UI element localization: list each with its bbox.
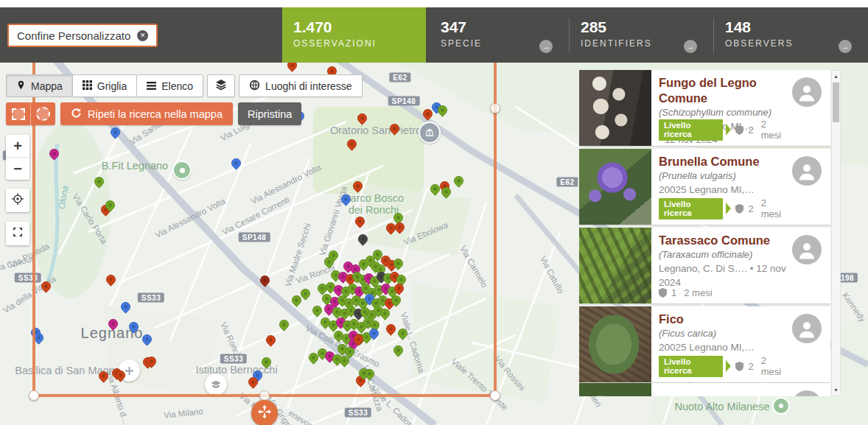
green-poi-icon[interactable] <box>172 161 192 180</box>
observation-age: 2 mesi <box>761 355 788 377</box>
redo-search-button[interactable]: Ripeti la ricerca nella mappa <box>60 102 233 125</box>
observation-card[interactable]: Fungo del Legno Comune (Schizophyllum co… <box>579 70 830 146</box>
arrow-circle-icon[interactable]: → <box>684 40 697 53</box>
id-count: 2 <box>748 361 753 372</box>
quality-grade-badge: Livello ricerca <box>659 356 723 377</box>
road-badge: SP148 <box>388 96 420 106</box>
layers-icon <box>215 79 227 93</box>
road-badge: SS33 <box>138 293 164 303</box>
reset-button[interactable]: Ripristina <box>238 102 301 125</box>
observation-title[interactable]: Fico <box>659 312 788 327</box>
boundary-corner-handle-se[interactable] <box>490 390 500 401</box>
bank-poi-icon[interactable] <box>419 122 441 144</box>
zoom-out-button[interactable]: − <box>6 157 29 180</box>
observation-scientific-name: (Ficus carica) <box>659 327 788 340</box>
observations-panel: Fungo del Legno Comune (Schizophyllum co… <box>579 70 830 396</box>
observation-location: 20025 Legnano MI,… <box>659 340 788 354</box>
stats-header: Confine Personalizzato ✕ 1.470 OSSERVAZI… <box>0 7 868 63</box>
observation-title[interactable]: Brunella Comune <box>659 154 788 169</box>
observation-title[interactable]: Tarassaco Comune <box>659 233 788 248</box>
observation-title[interactable]: Fungo del Legno Comune <box>659 75 788 106</box>
tab-species[interactable]: 347 SPECIE → <box>430 7 569 63</box>
school-poi-icon[interactable] <box>205 373 227 396</box>
locate-button[interactable] <box>6 189 29 212</box>
observation-meta-row: Livello ricerca 2 2 mesi <box>659 197 788 219</box>
observation-age: 2 mesi <box>761 119 788 141</box>
observation-photo[interactable] <box>579 70 651 146</box>
id-shield-icon <box>659 288 667 298</box>
observation-meta-row: 1 2 mesi <box>659 287 713 298</box>
observation-card[interactable]: Brunella Comune (Prunella vulgaris) 2002… <box>579 149 830 225</box>
boundary-corner-handle-sw[interactable] <box>29 390 39 401</box>
filter-chip-label: Confine Personalizzato <box>17 29 130 42</box>
observations-scrollbar[interactable]: ▲ ▼ <box>831 70 841 396</box>
observation-photo[interactable] <box>579 383 651 396</box>
boundary-move-handle[interactable] <box>251 400 278 425</box>
close-icon[interactable]: ✕ <box>137 30 148 41</box>
observations-label: OSSERVAZIONI <box>293 38 426 49</box>
inaturalist-observations-page: LegnanoB.Fit LegnanoNuoto Alto MilaneseO… <box>0 0 868 425</box>
custom-boundary-filter-chip[interactable]: Confine Personalizzato ✕ <box>7 24 158 47</box>
scroll-up-arrow[interactable]: ▲ <box>832 71 840 81</box>
tab-observations[interactable]: 1.470 OSSERVAZIONI <box>282 7 426 63</box>
redo-search-label: Ripeti la ricerca nella mappa <box>88 108 223 120</box>
observation-photo[interactable] <box>579 228 651 303</box>
observer-avatar[interactable] <box>792 390 822 396</box>
boundary-mid-handle-bottom[interactable] <box>259 390 270 401</box>
id-count: 2 <box>748 203 753 214</box>
fullscreen-button[interactable] <box>6 222 29 245</box>
tab-observers[interactable]: 148 OBSERVERS → <box>714 7 868 63</box>
observation-meta-row: Livello ricerca 2 2 mesi <box>659 355 788 377</box>
places-of-interest-button[interactable]: Luoghi di interesse <box>239 74 363 97</box>
road-badge: SS33 <box>220 354 247 364</box>
list-icon <box>147 80 156 92</box>
tab-list-label: Elenco <box>161 80 193 92</box>
rectangle-select-button[interactable] <box>6 102 30 125</box>
observation-photo[interactable] <box>579 306 651 382</box>
move-arrows-icon <box>257 404 272 422</box>
places-of-interest-label: Luoghi di interesse <box>265 80 352 92</box>
observation-location: 20025 Legnano MI,… <box>659 183 788 197</box>
observation-age: 2 mesi <box>684 287 712 298</box>
locate-icon <box>11 192 24 208</box>
observation-card[interactable]: Fico (Ficus carica) 20025 Legnano MI,… •… <box>579 306 830 382</box>
observation-photo[interactable] <box>579 149 651 225</box>
grid-icon <box>83 80 92 92</box>
tab-identifiers[interactable]: 285 IDENTIFIERS → <box>570 7 713 63</box>
zoom-in-button[interactable]: + <box>6 135 29 157</box>
arrow-circle-icon[interactable]: → <box>539 40 553 53</box>
observer-avatar[interactable] <box>792 156 822 186</box>
observer-avatar[interactable] <box>792 77 822 107</box>
scroll-down-arrow[interactable]: ▼ <box>832 384 840 395</box>
id-shield-icon <box>735 362 743 371</box>
id-shield-icon <box>735 204 743 214</box>
boundary-mid-handle-right[interactable] <box>490 103 500 113</box>
tab-map[interactable]: Mappa <box>6 74 73 97</box>
green-sm-poi-icon[interactable] <box>772 397 790 415</box>
observer-avatar[interactable] <box>792 314 822 343</box>
tab-grid[interactable]: Griglia <box>72 74 137 97</box>
observer-avatar[interactable] <box>792 235 822 264</box>
fullscreen-icon <box>12 226 24 241</box>
circle-select-icon <box>36 107 50 121</box>
observation-scientific-name: (Prunella vulgaris) <box>659 169 788 183</box>
quality-grade-badge-arrow <box>726 360 731 372</box>
observation-location: Legnano, C. Di S…. • 12 nov 2024 <box>659 261 788 289</box>
observation-card[interactable]: Tarassaco Comune (Taraxacum officinale) … <box>579 228 830 303</box>
observation-card-body <box>659 388 788 396</box>
selection-tools <box>6 102 55 125</box>
observation-meta-row: Livello ricerca 2 2 mesi <box>659 119 788 141</box>
quality-grade-badge-arrow <box>726 124 731 136</box>
globe-icon <box>249 80 260 93</box>
tab-list[interactable]: Elenco <box>136 74 203 97</box>
road-badge: SS33 <box>15 273 41 283</box>
arrow-circle-icon[interactable]: → <box>839 40 852 53</box>
map-pin-icon <box>16 80 26 93</box>
circle-select-button[interactable] <box>30 102 55 125</box>
observers-count: 148 <box>725 18 868 36</box>
observation-card-body: Fungo del Legno Comune (Schizophyllum co… <box>659 75 788 141</box>
layers-button[interactable] <box>207 74 235 97</box>
scrollbar-thumb[interactable] <box>833 82 839 122</box>
observation-card[interactable] <box>579 383 830 396</box>
id-count: 1 <box>671 287 676 298</box>
